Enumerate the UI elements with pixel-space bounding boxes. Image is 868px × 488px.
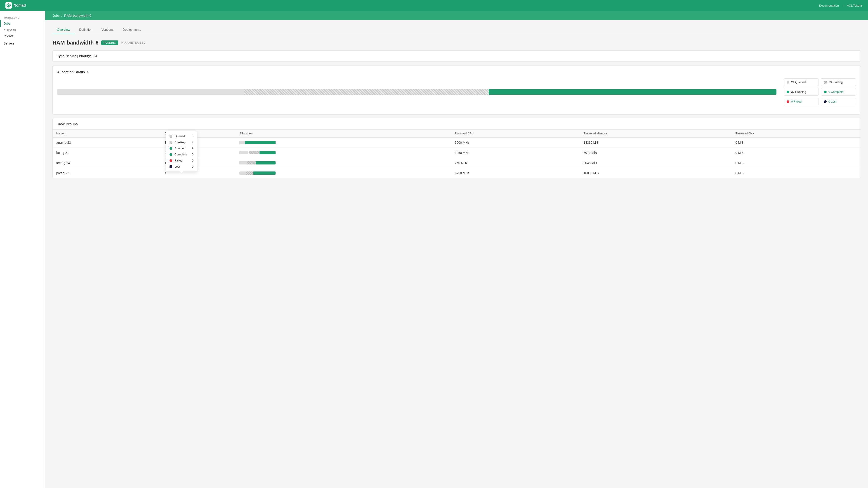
tooltip-starting-label: Starting (175, 140, 190, 144)
alloc-bar-0 (239, 141, 276, 144)
tooltip-queued-value: 8 (192, 134, 193, 138)
cluster-section-label: CLUSTER (0, 27, 45, 33)
progress-bar (57, 89, 776, 95)
starting-dot (824, 81, 827, 84)
top-nav-links: Documentation | ACL Tokens (819, 4, 863, 7)
row-memory-3: 16896 MiB (580, 168, 732, 178)
tooltip-queued-label: Queued (175, 134, 190, 138)
tab-overview[interactable]: Overview (53, 26, 74, 34)
status-grid: 21 Queued 23 Starting 37 Running 0 (784, 78, 856, 105)
running-badge: RUNNING (101, 40, 118, 45)
row-cpu-1: 1250 MHz (451, 148, 580, 158)
status-queued: 21 Queued (784, 78, 819, 86)
running-dot (786, 91, 789, 93)
allocation-count: 4 (87, 70, 89, 74)
row-cpu-0: 5500 MHz (451, 138, 580, 148)
tooltip-running-label: Running (175, 147, 190, 150)
tab-deployments[interactable]: Deployments (118, 26, 146, 34)
starting-label: 23 Starting (829, 80, 843, 84)
alloc-running-2 (256, 161, 276, 164)
tooltip-running-value: 9 (192, 147, 193, 150)
alloc-queued-0 (239, 141, 245, 144)
col-reserved-cpu: Reserved CPU (451, 130, 580, 138)
row-disk-2: 0 MiB (732, 158, 861, 168)
running-label: 37 Running (791, 90, 806, 94)
progress-running (489, 89, 776, 95)
task-groups-card: Task Groups Queued 8 Starting 7 (53, 118, 861, 178)
row-memory-0: 14336 MiB (580, 138, 732, 148)
allocation-tooltip: Queued 8 Starting 7 Running 9 (166, 131, 197, 172)
tooltip-lost-label: Lost (175, 165, 190, 168)
tooltip-lost-dot (169, 165, 172, 168)
tooltip-failed-dot (169, 159, 172, 162)
breadcrumb-current: RAM-bandwidth-6 (64, 13, 91, 18)
queued-label: 21 Queued (791, 80, 806, 84)
failed-label: 0 Failed (791, 100, 802, 103)
alloc-queued-3 (239, 171, 246, 175)
info-separator: | (77, 54, 79, 58)
complete-dot (824, 91, 827, 93)
lost-dot (824, 100, 827, 103)
alloc-bar-3 (239, 171, 276, 175)
tooltip-row-complete: Complete 0 (166, 151, 197, 158)
tooltip-starting-dot (169, 141, 172, 144)
row-alloc-1 (236, 148, 451, 158)
parameterized-badge: PARAMETERIZED (121, 41, 146, 44)
alloc-starting-1 (249, 151, 259, 154)
row-cpu-2: 250 MHz (451, 158, 580, 168)
documentation-link[interactable]: Documentation (819, 4, 839, 7)
row-name-0: array-g-23 (53, 138, 161, 148)
info-card: Type: service | Priority: 154 (53, 51, 861, 62)
tooltip-complete-label: Complete (175, 153, 190, 156)
row-alloc-0 (236, 138, 451, 148)
allocation-status-title: Allocation Status 4 (57, 70, 856, 74)
type-label: Type: service (57, 54, 76, 58)
lost-label: 0 Lost (829, 100, 836, 103)
alloc-running-0 (245, 141, 276, 144)
alloc-starting-2 (247, 161, 256, 164)
row-name-2: feed-g-24 (53, 158, 161, 168)
tab-versions[interactable]: Versions (97, 26, 118, 34)
tooltip-row-lost: Lost 0 (166, 164, 197, 170)
row-memory-2: 2048 MiB (580, 158, 732, 168)
progress-starting (244, 89, 489, 95)
row-cpu-3: 6750 MHz (451, 168, 580, 178)
job-title: RAM-bandwidth-6 (53, 39, 98, 46)
acl-tokens-link[interactable]: ACL Tokens (847, 4, 863, 7)
tab-definition[interactable]: Definition (74, 26, 97, 34)
allocation-status-card: Allocation Status 4 21 Queued (53, 65, 861, 115)
tooltip-complete-value: 0 (192, 153, 193, 156)
breadcrumb-separator: / (61, 13, 62, 18)
row-name-3: port-g-22 (53, 168, 161, 178)
alloc-running-1 (259, 151, 276, 154)
tooltip-queued-dot (169, 135, 172, 138)
app-logo[interactable]: Nomad (5, 2, 26, 8)
status-lost: 0 Lost (821, 98, 856, 105)
sidebar-item-jobs[interactable]: Jobs (0, 20, 45, 27)
sidebar: WORKLOAD Jobs CLUSTER Clients Servers (0, 11, 45, 488)
priority-label: Priority: 154 (79, 54, 97, 58)
alloc-queued-1 (239, 151, 248, 154)
main-content: Jobs / RAM-bandwidth-6 Overview Definiti… (45, 11, 868, 488)
queued-dot (786, 81, 789, 84)
job-header: RAM-bandwidth-6 RUNNING PARAMETERIZED (53, 39, 861, 46)
top-nav: Nomad Documentation | ACL Tokens (0, 0, 868, 11)
alloc-bar-2 (239, 161, 276, 164)
failed-dot (786, 100, 789, 103)
tabs: Overview Definition Versions Deployments (53, 26, 861, 34)
nav-divider: | (842, 4, 843, 7)
breadcrumb-jobs[interactable]: Jobs (53, 13, 60, 18)
row-alloc-2 (236, 158, 451, 168)
sidebar-item-clients[interactable]: Clients (0, 33, 45, 40)
status-starting: 23 Starting (821, 78, 856, 86)
logo-icon (5, 2, 12, 8)
tooltip-complete-dot (169, 153, 172, 156)
tooltip-running-dot (169, 147, 172, 150)
tooltip-lost-value: 0 (192, 165, 193, 168)
col-name[interactable]: Name ↓ (53, 130, 161, 138)
task-groups-title: Task Groups (53, 119, 861, 130)
col-reserved-disk: Reserved Disk (732, 130, 861, 138)
tooltip-row-starting: Starting 7 (166, 139, 197, 145)
sidebar-item-servers[interactable]: Servers (0, 40, 45, 47)
app-name: Nomad (13, 3, 26, 7)
